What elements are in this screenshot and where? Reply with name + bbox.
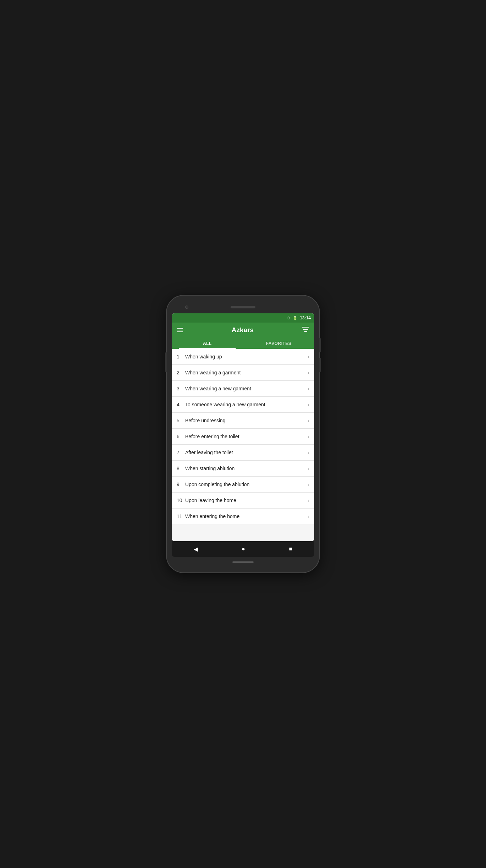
volume-button (165, 352, 167, 372)
item-label: When entering the home (185, 513, 308, 519)
chevron-right-icon: › (308, 402, 309, 407)
azkar-list: 1When waking up›2When wearing a garment›… (172, 349, 314, 541)
chevron-right-icon: › (308, 482, 309, 487)
phone-bottom-bar (172, 558, 314, 566)
item-label: When wearing a garment (185, 370, 308, 375)
hamburger-menu-button[interactable] (177, 328, 183, 332)
item-number: 3 (177, 386, 185, 391)
chevron-right-icon: › (308, 466, 309, 471)
list-item[interactable]: 10Upon leaving the home› (172, 493, 314, 509)
list-item[interactable]: 2When wearing a garment› (172, 365, 314, 381)
item-label: When wearing a new garment (185, 386, 308, 391)
chevron-right-icon: › (308, 498, 309, 503)
speaker-grille (231, 306, 255, 308)
item-label: After leaving the toilet (185, 450, 308, 455)
list-item[interactable]: 3When wearing a new garment› (172, 381, 314, 397)
item-number: 11 (177, 513, 185, 519)
item-label: To someone wearing a new garment (185, 402, 308, 407)
tabs-bar: ALL FAVORITES (172, 337, 314, 349)
item-number: 1 (177, 354, 185, 359)
tab-all[interactable]: ALL (172, 337, 243, 349)
list-item[interactable]: 8When starting ablution› (172, 461, 314, 477)
list-item[interactable]: 5Before undressing› (172, 413, 314, 429)
status-bar: ✈ 🔋 13:14 (172, 313, 314, 323)
item-number: 9 (177, 482, 185, 487)
recent-button[interactable]: ■ (289, 546, 293, 552)
item-number: 10 (177, 498, 185, 503)
chevron-right-icon: › (308, 418, 309, 423)
item-number: 8 (177, 466, 185, 471)
filter-button[interactable] (302, 326, 309, 334)
chevron-right-icon: › (308, 354, 309, 359)
chevron-right-icon: › (308, 386, 309, 391)
list-item[interactable]: 1When waking up› (172, 349, 314, 365)
list-item[interactable]: 11When entering the home› (172, 509, 314, 524)
item-number: 4 (177, 402, 185, 407)
chevron-right-icon: › (308, 434, 309, 439)
item-number: 2 (177, 370, 185, 375)
phone-device: ✈ 🔋 13:14 Azkars ALL (167, 296, 319, 572)
back-button[interactable]: ◀ (194, 546, 198, 553)
chevron-right-icon: › (308, 513, 309, 519)
item-number: 5 (177, 418, 185, 423)
home-indicator (232, 561, 254, 563)
list-item[interactable]: 4To someone wearing a new garment› (172, 397, 314, 413)
item-number: 6 (177, 434, 185, 439)
chevron-right-icon: › (308, 450, 309, 455)
item-label: Upon completing the ablution (185, 482, 308, 487)
item-label: When waking up (185, 354, 308, 359)
tab-favorites[interactable]: FAVORITES (243, 337, 314, 349)
volume-down-button (319, 358, 321, 372)
item-label: Upon leaving the home (185, 498, 308, 503)
battery-icon: 🔋 (293, 316, 298, 320)
list-item[interactable]: 6Before entering the toilet› (172, 429, 314, 445)
app-title: Azkars (232, 326, 254, 334)
item-label: Before entering the toilet (185, 434, 308, 439)
item-label: When starting ablution (185, 466, 308, 471)
phone-screen: ✈ 🔋 13:14 Azkars ALL (172, 313, 314, 541)
item-label: Before undressing (185, 418, 308, 423)
list-item[interactable]: 7After leaving the toilet› (172, 445, 314, 461)
chevron-right-icon: › (308, 370, 309, 375)
app-bar: Azkars (172, 323, 314, 337)
home-button[interactable]: ● (242, 546, 245, 552)
camera-dot (185, 306, 188, 309)
list-item[interactable]: 9Upon completing the ablution› (172, 477, 314, 493)
power-button (319, 338, 321, 352)
item-number: 7 (177, 450, 185, 455)
airplane-icon: ✈ (287, 316, 291, 320)
phone-top-bar (172, 302, 314, 312)
bottom-nav-bar: ◀ ● ■ (172, 541, 314, 557)
status-time: 13:14 (300, 315, 311, 320)
